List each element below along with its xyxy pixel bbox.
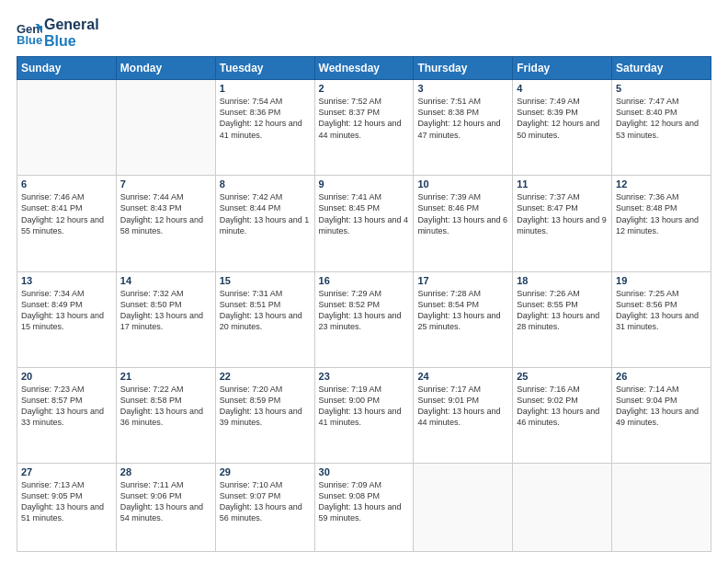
cell-text: Sunrise: 7:14 AM Sunset: 9:04 PM Dayligh…	[616, 384, 707, 429]
calendar-cell: 11Sunrise: 7:37 AM Sunset: 8:47 PM Dayli…	[513, 176, 612, 271]
page: General Blue General Blue SundayMondayTu…	[0, 0, 728, 563]
cell-text: Sunrise: 7:28 AM Sunset: 8:54 PM Dayligh…	[417, 288, 508, 333]
cell-text: Sunrise: 7:39 AM Sunset: 8:46 PM Dayligh…	[417, 191, 508, 236]
day-number: 6	[21, 178, 112, 190]
calendar-cell: 14Sunrise: 7:32 AM Sunset: 8:50 PM Dayli…	[116, 271, 215, 367]
cell-text: Sunrise: 7:46 AM Sunset: 8:41 PM Dayligh…	[21, 191, 112, 236]
calendar-cell: 21Sunrise: 7:22 AM Sunset: 8:58 PM Dayli…	[116, 367, 215, 463]
calendar-week-2: 6Sunrise: 7:46 AM Sunset: 8:41 PM Daylig…	[17, 176, 711, 271]
calendar-cell: 6Sunrise: 7:46 AM Sunset: 8:41 PM Daylig…	[17, 176, 117, 271]
calendar-cell: 28Sunrise: 7:11 AM Sunset: 9:06 PM Dayli…	[116, 463, 215, 551]
cell-text: Sunrise: 7:11 AM Sunset: 9:06 PM Dayligh…	[120, 479, 211, 524]
calendar-cell: 4Sunrise: 7:49 AM Sunset: 8:39 PM Daylig…	[513, 80, 612, 176]
weekday-header-thursday: Thursday	[414, 57, 513, 80]
calendar-cell: 22Sunrise: 7:20 AM Sunset: 8:59 PM Dayli…	[215, 367, 314, 463]
day-number: 22	[220, 371, 311, 382]
cell-text: Sunrise: 7:29 AM Sunset: 8:52 PM Dayligh…	[319, 288, 410, 333]
day-number: 1	[220, 83, 311, 94]
cell-text: Sunrise: 7:51 AM Sunset: 8:38 PM Dayligh…	[417, 96, 508, 141]
cell-text: Sunrise: 7:52 AM Sunset: 8:37 PM Dayligh…	[319, 96, 410, 141]
calendar-cell: 18Sunrise: 7:26 AM Sunset: 8:55 PM Dayli…	[513, 271, 612, 367]
calendar-cell: 5Sunrise: 7:47 AM Sunset: 8:40 PM Daylig…	[612, 80, 711, 176]
day-number: 10	[417, 178, 508, 190]
calendar-cell: 13Sunrise: 7:34 AM Sunset: 8:49 PM Dayli…	[17, 271, 117, 367]
calendar-cell	[414, 463, 513, 551]
cell-text: Sunrise: 7:16 AM Sunset: 9:02 PM Dayligh…	[517, 384, 608, 429]
calendar-cell: 29Sunrise: 7:10 AM Sunset: 9:07 PM Dayli…	[215, 463, 314, 551]
logo-general: General	[44, 17, 99, 33]
cell-text: Sunrise: 7:34 AM Sunset: 8:49 PM Dayligh…	[21, 288, 112, 333]
calendar-cell: 20Sunrise: 7:23 AM Sunset: 8:57 PM Dayli…	[17, 367, 117, 463]
calendar-week-5: 27Sunrise: 7:13 AM Sunset: 9:05 PM Dayli…	[17, 463, 711, 551]
cell-text: Sunrise: 7:49 AM Sunset: 8:39 PM Dayligh…	[517, 96, 608, 141]
calendar-cell: 27Sunrise: 7:13 AM Sunset: 9:05 PM Dayli…	[17, 463, 117, 551]
calendar-cell: 3Sunrise: 7:51 AM Sunset: 8:38 PM Daylig…	[414, 80, 513, 176]
calendar-cell	[513, 463, 612, 551]
cell-text: Sunrise: 7:09 AM Sunset: 9:08 PM Dayligh…	[319, 479, 410, 524]
day-number: 3	[417, 83, 508, 94]
weekday-header-wednesday: Wednesday	[314, 57, 414, 80]
cell-text: Sunrise: 7:22 AM Sunset: 8:58 PM Dayligh…	[120, 384, 211, 429]
day-number: 18	[517, 275, 608, 286]
calendar-cell: 30Sunrise: 7:09 AM Sunset: 9:08 PM Dayli…	[314, 463, 414, 551]
cell-text: Sunrise: 7:10 AM Sunset: 9:07 PM Dayligh…	[220, 479, 311, 524]
cell-text: Sunrise: 7:54 AM Sunset: 8:36 PM Dayligh…	[220, 96, 311, 141]
cell-text: Sunrise: 7:42 AM Sunset: 8:44 PM Dayligh…	[220, 191, 311, 236]
cell-text: Sunrise: 7:13 AM Sunset: 9:05 PM Dayligh…	[21, 479, 112, 524]
day-number: 29	[220, 466, 311, 477]
day-number: 25	[517, 371, 608, 382]
calendar-cell	[612, 463, 711, 551]
logo-blue: Blue	[44, 33, 99, 50]
cell-text: Sunrise: 7:32 AM Sunset: 8:50 PM Dayligh…	[120, 288, 211, 333]
cell-text: Sunrise: 7:47 AM Sunset: 8:40 PM Dayligh…	[616, 96, 707, 141]
calendar-cell: 15Sunrise: 7:31 AM Sunset: 8:51 PM Dayli…	[215, 271, 314, 367]
calendar-cell: 19Sunrise: 7:25 AM Sunset: 8:56 PM Dayli…	[612, 271, 711, 367]
cell-text: Sunrise: 7:23 AM Sunset: 8:57 PM Dayligh…	[21, 384, 112, 429]
calendar-cell: 16Sunrise: 7:29 AM Sunset: 8:52 PM Dayli…	[314, 271, 414, 367]
day-number: 15	[220, 275, 311, 286]
header: General Blue General Blue	[17, 17, 711, 49]
day-number: 23	[319, 371, 410, 382]
cell-text: Sunrise: 7:44 AM Sunset: 8:43 PM Dayligh…	[120, 191, 211, 236]
day-number: 26	[616, 371, 707, 382]
logo: General Blue General Blue	[17, 17, 99, 49]
day-number: 12	[616, 178, 707, 190]
day-number: 14	[120, 275, 211, 286]
day-number: 20	[21, 371, 112, 382]
day-number: 28	[120, 466, 211, 477]
calendar-week-4: 20Sunrise: 7:23 AM Sunset: 8:57 PM Dayli…	[17, 367, 711, 463]
calendar-cell: 8Sunrise: 7:42 AM Sunset: 8:44 PM Daylig…	[215, 176, 314, 271]
calendar-cell: 26Sunrise: 7:14 AM Sunset: 9:04 PM Dayli…	[612, 367, 711, 463]
weekday-header-friday: Friday	[513, 57, 612, 80]
day-number: 13	[21, 275, 112, 286]
calendar-week-3: 13Sunrise: 7:34 AM Sunset: 8:49 PM Dayli…	[17, 271, 711, 367]
calendar-cell: 12Sunrise: 7:36 AM Sunset: 8:48 PM Dayli…	[612, 176, 711, 271]
weekday-header-saturday: Saturday	[612, 57, 711, 80]
day-number: 19	[616, 275, 707, 286]
cell-text: Sunrise: 7:36 AM Sunset: 8:48 PM Dayligh…	[616, 191, 707, 236]
calendar-cell: 25Sunrise: 7:16 AM Sunset: 9:02 PM Dayli…	[513, 367, 612, 463]
calendar-cell: 24Sunrise: 7:17 AM Sunset: 9:01 PM Dayli…	[414, 367, 513, 463]
calendar-cell: 9Sunrise: 7:41 AM Sunset: 8:45 PM Daylig…	[314, 176, 414, 271]
day-number: 11	[517, 178, 608, 190]
cell-text: Sunrise: 7:26 AM Sunset: 8:55 PM Dayligh…	[517, 288, 608, 333]
day-number: 7	[120, 178, 211, 190]
day-number: 24	[417, 371, 508, 382]
day-number: 2	[319, 83, 410, 94]
calendar-cell	[17, 80, 117, 176]
day-number: 9	[319, 178, 410, 190]
day-number: 21	[120, 371, 211, 382]
cell-text: Sunrise: 7:25 AM Sunset: 8:56 PM Dayligh…	[616, 288, 707, 333]
cell-text: Sunrise: 7:41 AM Sunset: 8:45 PM Dayligh…	[319, 191, 410, 236]
weekday-header-sunday: Sunday	[17, 57, 117, 80]
calendar-cell: 7Sunrise: 7:44 AM Sunset: 8:43 PM Daylig…	[116, 176, 215, 271]
calendar-cell: 17Sunrise: 7:28 AM Sunset: 8:54 PM Dayli…	[414, 271, 513, 367]
calendar-cell: 1Sunrise: 7:54 AM Sunset: 8:36 PM Daylig…	[215, 80, 314, 176]
calendar-cell: 2Sunrise: 7:52 AM Sunset: 8:37 PM Daylig…	[314, 80, 414, 176]
day-number: 8	[220, 178, 311, 190]
day-number: 5	[616, 83, 707, 94]
weekday-header-tuesday: Tuesday	[215, 57, 314, 80]
cell-text: Sunrise: 7:17 AM Sunset: 9:01 PM Dayligh…	[417, 384, 508, 429]
svg-text:Blue: Blue	[17, 33, 42, 46]
calendar-cell: 10Sunrise: 7:39 AM Sunset: 8:46 PM Dayli…	[414, 176, 513, 271]
